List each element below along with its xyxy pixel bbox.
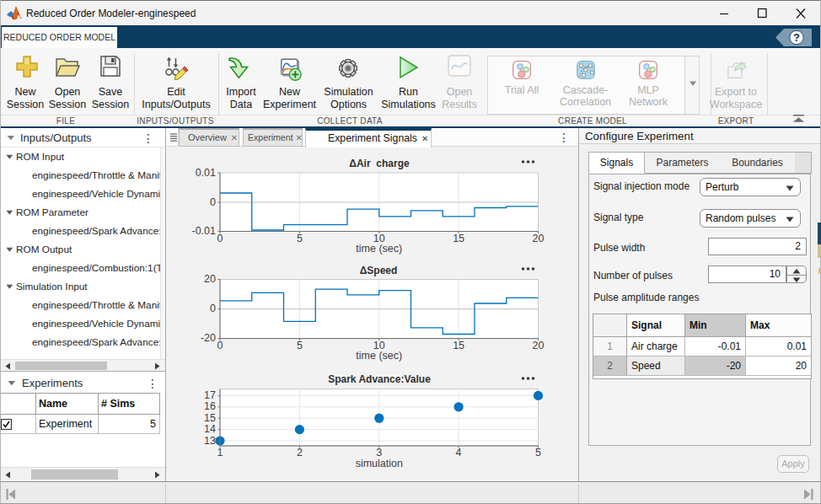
svg-text:4: 4 [456, 447, 462, 458]
svg-text:0: 0 [217, 340, 223, 351]
svg-text:-0.01: -0.01 [192, 225, 217, 237]
svg-text:17: 17 [204, 389, 216, 401]
svg-text:5: 5 [297, 340, 303, 351]
svg-text:Spark Advance:Value: Spark Advance:Value [328, 373, 431, 385]
svg-text:ΔAir charge: ΔAir charge [349, 158, 410, 169]
svg-text:13: 13 [204, 435, 216, 447]
svg-text:time (sec): time (sec) [356, 243, 402, 255]
svg-text:?: ? [793, 31, 800, 44]
svg-text:0: 0 [217, 233, 223, 244]
svg-text:5: 5 [297, 233, 303, 244]
svg-text:1: 1 [217, 447, 223, 458]
svg-text:15: 15 [453, 233, 464, 244]
svg-text:simulation: simulation [356, 458, 403, 469]
svg-text:2: 2 [297, 447, 303, 458]
svg-text:0: 0 [210, 303, 216, 314]
svg-text:3: 3 [376, 447, 382, 458]
svg-text:15: 15 [453, 340, 464, 351]
svg-text:5: 5 [535, 447, 541, 458]
svg-text:20: 20 [204, 273, 216, 285]
svg-text:15: 15 [204, 412, 216, 424]
svg-text:0.01: 0.01 [196, 167, 216, 179]
svg-text:0: 0 [210, 196, 216, 208]
svg-text:20: 20 [533, 233, 545, 244]
svg-text:20: 20 [533, 340, 545, 351]
svg-text:16: 16 [204, 400, 216, 412]
svg-text:ΔSpeed: ΔSpeed [360, 265, 398, 276]
svg-text:-20: -20 [201, 332, 216, 344]
svg-text:14: 14 [204, 423, 216, 435]
svg-text:time (sec): time (sec) [356, 350, 402, 362]
